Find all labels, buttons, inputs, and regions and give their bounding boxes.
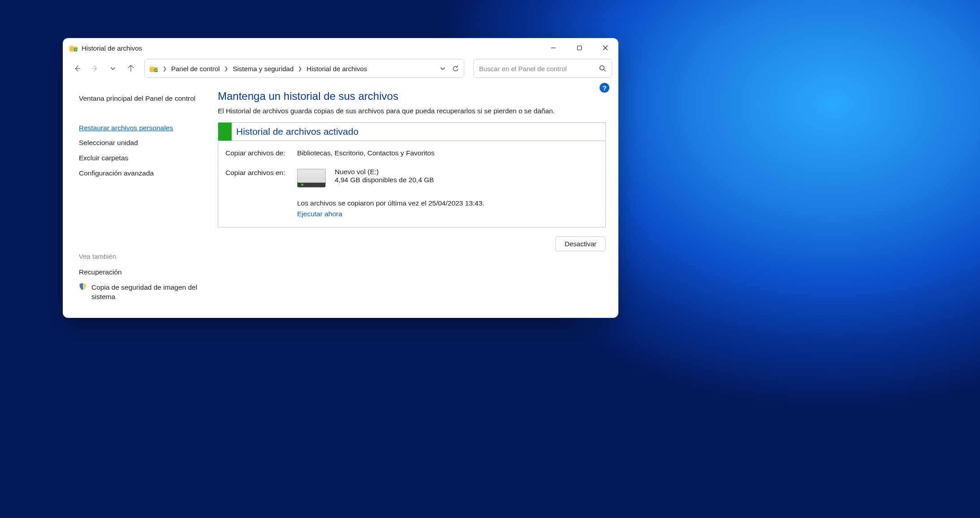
sidebar-link-main[interactable]: Ventana principal del Panel de control [79, 86, 213, 111]
main-content: ? Mantenga un historial de sus archivos … [218, 79, 618, 318]
search-input[interactable]: Buscar en el Panel de control [473, 59, 612, 78]
svg-rect-1 [578, 46, 582, 50]
svg-point-3 [600, 66, 604, 70]
see-also-header: Vea también [79, 253, 213, 260]
search-icon [599, 65, 606, 72]
folder-icon [69, 44, 78, 51]
see-also-section: Vea también Recuperación Copia de seguri… [79, 253, 213, 307]
sidebar: Ventana principal del Panel de control R… [63, 79, 218, 318]
status-indicator-icon [218, 123, 232, 141]
status-panel-header: Historial de archivos activado [218, 123, 605, 141]
sidebar-link-restore[interactable]: Restaurar archivos personales [79, 123, 213, 133]
window-title: Historial de archivos [82, 44, 142, 52]
see-also-system-image[interactable]: Copia de seguridad de imagen del sistema [79, 283, 213, 302]
close-button[interactable] [592, 38, 618, 58]
address-history-button[interactable] [439, 64, 447, 73]
chevron-right-icon[interactable]: ❯ [224, 66, 228, 72]
page-subtext: El Historial de archivos guarda copias d… [218, 107, 606, 115]
drive-space: 4,94 GB disponibles de 20,4 GB [335, 176, 434, 184]
minimize-button[interactable] [540, 38, 566, 58]
status-title: Historial de archivos activado [236, 126, 358, 137]
chevron-right-icon[interactable]: ❯ [298, 66, 302, 72]
search-placeholder: Buscar en el Panel de control [479, 65, 599, 73]
status-panel: Historial de archivos activado Copiar ar… [218, 122, 606, 227]
help-button[interactable]: ? [600, 83, 609, 93]
drive-name: Nuevo vol (E:) [335, 168, 434, 176]
status-panel-body: Copiar archivos de: Bibliotecas, Escrito… [218, 141, 605, 227]
back-button[interactable] [73, 64, 82, 73]
address-bar[interactable]: ❯ Panel de control ❯ Sistema y seguridad… [144, 59, 464, 78]
maximize-button[interactable] [566, 38, 592, 58]
window-body: Ventana principal del Panel de control R… [63, 79, 618, 318]
navigation-row: ❯ Panel de control ❯ Sistema y seguridad… [63, 58, 618, 79]
up-button[interactable] [126, 64, 135, 73]
chevron-right-icon[interactable]: ❯ [163, 66, 167, 72]
sidebar-link-select-drive[interactable]: Seleccionar unidad [79, 138, 213, 148]
see-also-recovery[interactable]: Recuperación [79, 267, 213, 277]
breadcrumb-item[interactable]: Historial de archivos [307, 65, 367, 73]
titlebar: Historial de archivos [63, 38, 618, 58]
breadcrumb-item[interactable]: Sistema y seguridad [233, 65, 294, 73]
shield-icon [79, 283, 87, 291]
folder-icon [149, 65, 158, 72]
last-copy-text: Los archivos se copiaron por última vez … [297, 199, 605, 207]
sidebar-link-advanced[interactable]: Configuración avanzada [79, 168, 213, 178]
file-history-window: Historial de archivos ❯ Panel de control… [63, 38, 618, 318]
copy-from-label: Copiar archivos de: [225, 149, 297, 157]
refresh-button[interactable] [451, 64, 459, 73]
forward-button[interactable] [91, 64, 99, 73]
actions-row: Desactivar [218, 236, 606, 251]
page-heading: Mantenga un historial de sus archivos [218, 90, 606, 103]
drive-icon [297, 169, 326, 188]
copy-from-value: Bibliotecas, Escritorio, Contactos y Fav… [297, 149, 435, 157]
run-now-link[interactable]: Ejecutar ahora [297, 210, 605, 218]
deactivate-button[interactable]: Desactivar [555, 236, 606, 251]
breadcrumb-item[interactable]: Panel de control [171, 65, 220, 73]
recent-locations-button[interactable] [108, 64, 117, 73]
sidebar-link-exclude-folders[interactable]: Excluir carpetas [79, 153, 213, 163]
copy-to-label: Copiar archivos en: [225, 169, 297, 177]
